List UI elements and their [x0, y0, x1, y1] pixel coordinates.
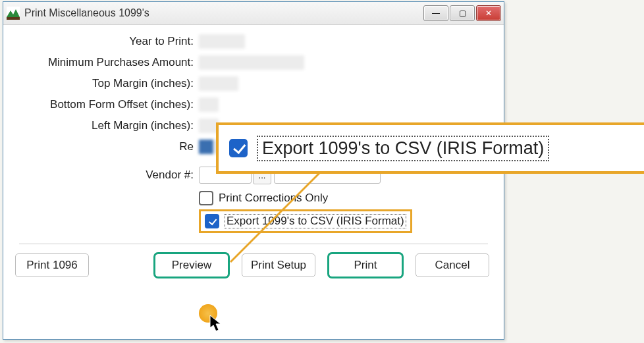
callout-label: Export 1099's to CSV (IRIS Format) — [257, 136, 549, 161]
button-bar: Print 1096 Preview Print Setup Print Can… — [3, 253, 504, 289]
print-setup-button[interactable]: Print Setup — [242, 253, 315, 277]
label-year: Year to Print: — [19, 35, 199, 48]
minimize-icon: — — [432, 9, 440, 18]
preview-button[interactable]: Preview — [155, 253, 228, 277]
label-minpurch: Minimum Purchases Amount: — [19, 56, 199, 69]
print-button[interactable]: Print — [329, 253, 402, 277]
callout-checkbox — [229, 139, 248, 157]
print-setup-label: Print Setup — [251, 259, 306, 272]
cursor-icon — [209, 315, 224, 336]
close-icon: ✕ — [485, 9, 492, 18]
export-csv-highlight: Export 1099's to CSV (IRIS Format) — [199, 209, 412, 233]
year-field[interactable] — [199, 34, 245, 49]
minpurch-field[interactable] — [199, 55, 304, 70]
close-button[interactable]: ✕ — [476, 5, 501, 21]
app-icon — [6, 6, 20, 20]
row-topmargin: Top Margin (inches): — [19, 76, 488, 91]
row-year: Year to Print: — [19, 34, 488, 49]
print-1096-label: Print 1096 — [26, 259, 78, 272]
cancel-label: Cancel — [435, 259, 470, 272]
export-csv-label: Export 1099's to CSV (IRIS Format) — [225, 214, 406, 228]
separator — [19, 244, 488, 244]
row-minpurch: Minimum Purchases Amount: — [19, 55, 488, 70]
label-rej-text: Re — [179, 140, 194, 153]
window-title: Print Miscellaneous 1099's — [24, 7, 149, 19]
row-bottomoffset: Bottom Form Offset (inches): — [19, 97, 488, 112]
maximize-icon: ▢ — [459, 9, 466, 18]
maximize-button[interactable]: ▢ — [450, 5, 475, 21]
label-bottomoffset: Bottom Form Offset (inches): — [19, 98, 199, 111]
svg-rect-1 — [7, 17, 20, 20]
print-1096-button[interactable]: Print 1096 — [15, 253, 89, 277]
print-label: Print — [354, 259, 377, 272]
corrections-label: Print Corrections Only — [219, 192, 328, 205]
export-csv-checkbox[interactable] — [205, 214, 219, 228]
label-vendor: Vendor #: — [19, 169, 199, 182]
preview-label: Preview — [172, 259, 211, 272]
cancel-button[interactable]: Cancel — [416, 253, 489, 277]
topmargin-field[interactable] — [199, 76, 238, 91]
label-topmargin: Top Margin (inches): — [19, 77, 199, 90]
corrections-checkbox[interactable] — [199, 191, 213, 205]
bottomoffset-field[interactable] — [199, 97, 219, 112]
callout-box: Export 1099's to CSV (IRIS Format) — [216, 122, 644, 174]
titlebar[interactable]: Print Miscellaneous 1099's — ▢ ✕ — [3, 2, 504, 25]
label-leftmargin: Left Margin (inches): — [19, 119, 199, 132]
row-corrections: Print Corrections Only — [199, 191, 488, 205]
minimize-button[interactable]: — — [423, 5, 448, 21]
window-controls: — ▢ ✕ — [423, 5, 501, 21]
label-rej: Re — [19, 140, 199, 153]
